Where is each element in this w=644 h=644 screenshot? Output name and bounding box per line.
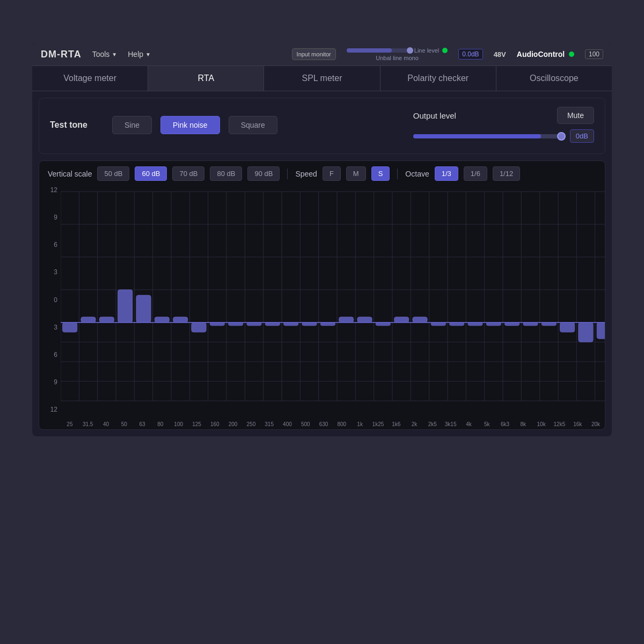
test-tone-section: Test tone Sine Pink noise Square Output …	[39, 98, 605, 154]
x-label: 800	[333, 421, 351, 427]
output-slider[interactable]	[413, 134, 564, 138]
x-label: 500	[296, 421, 314, 427]
tabs-bar: Voltage meter RTA SPL meter Polarity che…	[32, 66, 612, 91]
svg-rect-63	[339, 317, 353, 323]
svg-rect-68	[413, 317, 427, 323]
vs-60db-button[interactable]: 60 dB	[135, 166, 167, 181]
svg-rect-48	[192, 323, 206, 332]
x-label: 250	[242, 421, 260, 427]
x-label: 8k	[514, 421, 532, 427]
x-label: 16k	[568, 421, 587, 427]
tab-polarity-checker[interactable]: Polarity checker	[380, 66, 496, 91]
x-label: 31.5	[79, 421, 97, 427]
x-label: 4k	[460, 421, 478, 427]
rta-controls: Vertical scale 50 dB 60 dB 70 dB 80 dB 9…	[39, 161, 605, 186]
y-axis-labels: 12 9 6 3 0 3 6 9 12	[39, 186, 60, 413]
level-number: 100	[585, 49, 603, 59]
divider-2	[397, 169, 398, 179]
x-label: 20k	[587, 421, 605, 427]
x-label: 315	[260, 421, 279, 427]
vs-70db-button[interactable]: 70 dB	[172, 166, 204, 181]
level-fill	[347, 48, 392, 53]
vertical-scale-label: Vertical scale	[48, 170, 92, 178]
audio-control-logo: AudioControl	[517, 50, 574, 58]
svg-rect-88	[597, 323, 605, 339]
x-label: 50	[115, 421, 133, 427]
svg-rect-72	[449, 323, 464, 326]
tools-arrow-icon: ▼	[112, 52, 117, 57]
help-menu[interactable]: Help ▼	[128, 50, 151, 58]
svg-rect-66	[376, 323, 390, 326]
svg-rect-54	[247, 323, 261, 326]
x-label: 630	[314, 421, 333, 427]
pink-noise-button[interactable]: Pink noise	[160, 116, 220, 134]
divider-1	[287, 169, 288, 179]
svg-rect-41	[81, 317, 96, 323]
x-label: 2k	[405, 421, 423, 427]
tools-menu[interactable]: Tools ▼	[92, 50, 118, 58]
svg-rect-60	[302, 323, 317, 326]
svg-rect-80	[523, 323, 538, 326]
svg-rect-76	[486, 323, 501, 326]
x-label: 2k5	[423, 421, 442, 427]
svg-rect-44	[136, 295, 151, 323]
svg-rect-70	[431, 323, 445, 326]
svg-rect-56	[265, 323, 280, 326]
x-label: 1k25	[369, 421, 387, 427]
menu-bar: DM-RTA Tools ▼ Help ▼ Input monitor Line…	[32, 43, 612, 66]
vs-50db-button[interactable]: 50 dB	[97, 166, 129, 181]
output-level-section: Output level Mute 0dB	[413, 107, 594, 143]
svg-rect-50	[210, 323, 224, 326]
svg-rect-84	[560, 323, 574, 332]
vs-80db-button[interactable]: 80 dB	[210, 166, 242, 181]
speed-m-button[interactable]: M	[346, 166, 366, 181]
svg-rect-78	[504, 323, 519, 326]
v48-badge: 48V	[494, 50, 506, 58]
svg-rect-45	[155, 317, 169, 323]
svg-rect-82	[541, 323, 556, 326]
test-tone-label: Test tone	[50, 120, 104, 130]
level-track[interactable]	[347, 48, 411, 53]
vs-90db-button[interactable]: 90 dB	[247, 166, 280, 181]
svg-rect-46	[173, 317, 187, 323]
level-control: Line level Unbal line mono	[347, 47, 448, 61]
level-sublabel: Unbal line mono	[376, 55, 419, 61]
square-button[interactable]: Square	[229, 116, 277, 134]
svg-rect-43	[118, 290, 132, 323]
x-axis-labels: 2531.54050638010012516020025031540050063…	[61, 419, 605, 429]
output-slider-fill	[413, 134, 541, 138]
x-label: 12k5	[551, 421, 569, 427]
octave-1-6-button[interactable]: 1/6	[464, 166, 487, 181]
tab-rta[interactable]: RTA	[148, 66, 264, 91]
chart-svg	[61, 186, 605, 419]
output-level-label: Output level	[413, 111, 456, 120]
svg-rect-64	[357, 317, 372, 323]
octave-1-12-button[interactable]: 1/12	[493, 166, 520, 181]
speed-s-button[interactable]: S	[371, 166, 390, 181]
mute-button[interactable]: Mute	[557, 107, 594, 124]
chart-container: 12 9 6 3 0 3 6 9 12 2531.540506380100125…	[39, 186, 605, 429]
speed-f-button[interactable]: F	[323, 166, 341, 181]
x-label: 200	[224, 421, 242, 427]
x-label: 6k3	[496, 421, 514, 427]
octave-label: Octave	[405, 170, 429, 178]
octave-1-3-button[interactable]: 1/3	[435, 166, 458, 181]
tab-voltage-meter[interactable]: Voltage meter	[32, 66, 148, 91]
svg-rect-40	[62, 323, 77, 332]
x-label: 1k	[351, 421, 369, 427]
tab-oscilloscope[interactable]: Oscilloscope	[496, 66, 612, 91]
x-label: 1k6	[387, 421, 405, 427]
tab-spl-meter[interactable]: SPL meter	[264, 66, 380, 91]
rta-section: Vertical scale 50 dB 60 dB 70 dB 80 dB 9…	[39, 160, 605, 430]
level-thumb[interactable]	[407, 47, 413, 54]
x-label: 5k	[478, 421, 496, 427]
help-arrow-icon: ▼	[145, 52, 151, 57]
output-slider-thumb[interactable]	[557, 132, 566, 141]
svg-rect-86	[579, 323, 593, 342]
sine-button[interactable]: Sine	[112, 116, 152, 134]
speed-label: Speed	[295, 170, 317, 178]
x-label: 25	[61, 421, 79, 427]
input-monitor-button[interactable]: Input monitor	[292, 48, 336, 60]
svg-rect-74	[468, 323, 482, 326]
svg-rect-62	[320, 323, 335, 326]
